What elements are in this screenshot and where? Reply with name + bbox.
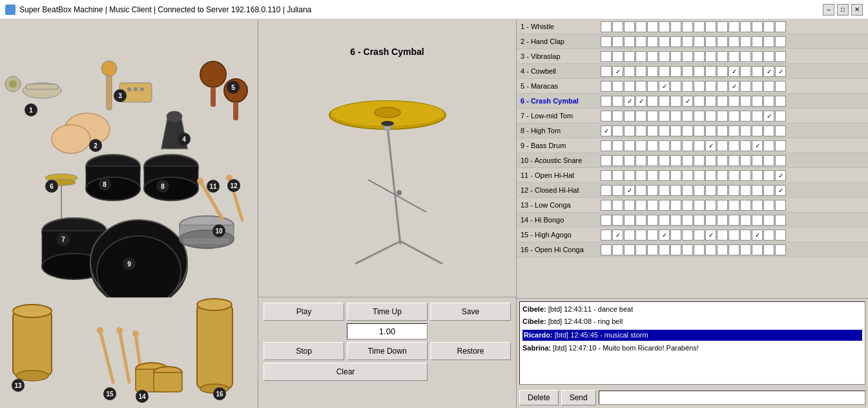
beat-label-11[interactable]: 11 - Open Hi-Hat [517,171,601,179]
beat-check-6-6[interactable] [670,96,681,107]
beat-check-6-1[interactable] [612,96,623,107]
beat-label-13[interactable]: 13 - Low Conga [517,201,601,209]
beat-check-5-5[interactable] [659,81,670,92]
beat-check-1-3[interactable] [636,21,646,32]
beat-check-14-12[interactable] [740,215,751,226]
beat-check-11-15[interactable] [775,170,786,181]
beat-check-4-10[interactable] [717,66,728,77]
beat-check-9-1[interactable] [612,140,623,151]
restore-button[interactable]: Restore [430,342,511,360]
beat-check-9-11[interactable] [728,140,739,151]
beat-check-15-13[interactable] [752,230,763,241]
beat-label-8[interactable]: 8 - High Tom [517,127,601,134]
beat-check-5-12[interactable] [740,81,751,92]
beat-check-15-5[interactable] [659,230,670,241]
beat-check-2-15[interactable] [775,36,786,47]
chat-delete-button[interactable]: Delete [519,390,559,405]
beat-check-6-8[interactable] [694,96,705,107]
beat-check-10-14[interactable] [763,155,774,166]
beat-check-16-10[interactable] [717,244,728,255]
beat-check-8-13[interactable] [752,125,763,136]
chat-input[interactable] [599,391,865,405]
beat-check-5-2[interactable] [624,81,635,92]
beat-check-11-12[interactable] [740,170,751,181]
beat-check-12-4[interactable] [647,185,658,196]
beat-check-13-6[interactable] [670,200,681,211]
beat-check-7-14[interactable] [763,111,774,122]
beat-check-13-12[interactable] [740,200,751,211]
time-down-button[interactable]: Time Down [347,342,428,360]
beat-check-14-13[interactable] [752,215,763,226]
maximize-button[interactable]: □ [837,4,849,16]
beat-check-12-14[interactable] [763,185,774,196]
beat-check-3-2[interactable] [624,51,635,62]
beat-check-4-2[interactable] [624,66,635,77]
beat-check-11-11[interactable] [728,170,739,181]
beat-check-2-5[interactable] [659,36,670,47]
beat-check-7-6[interactable] [670,111,681,122]
beat-check-8-11[interactable] [728,125,739,136]
beat-check-12-1[interactable] [612,185,623,196]
beat-check-6-11[interactable] [728,96,739,107]
beat-check-10-1[interactable] [612,155,623,166]
beat-check-7-1[interactable] [612,111,623,122]
beat-label-14[interactable]: 14 - Hi Bongo [517,216,601,224]
beat-check-7-4[interactable] [647,111,658,122]
beat-check-14-8[interactable] [694,215,705,226]
beat-check-10-13[interactable] [752,155,763,166]
beat-check-7-8[interactable] [694,111,705,122]
beat-check-10-3[interactable] [636,155,646,166]
beat-check-7-12[interactable] [740,111,751,122]
beat-check-14-3[interactable] [636,215,646,226]
save-button[interactable]: Save [430,303,511,321]
beat-check-8-3[interactable] [636,125,646,136]
beat-check-4-3[interactable] [636,66,646,77]
beat-check-14-14[interactable] [763,215,774,226]
beat-check-11-6[interactable] [670,170,681,181]
beat-label-6[interactable]: 6 - Crash Cymbal [517,97,601,105]
beat-check-1-14[interactable] [763,21,774,32]
beat-check-15-2[interactable] [624,230,635,241]
beat-check-15-15[interactable] [775,230,786,241]
beat-check-14-9[interactable] [705,215,716,226]
beat-check-12-0[interactable] [601,185,612,196]
beat-check-8-1[interactable] [612,125,623,136]
beat-check-15-8[interactable] [694,230,705,241]
beat-check-10-9[interactable] [705,155,716,166]
beat-check-12-7[interactable] [682,185,693,196]
beat-check-2-12[interactable] [740,36,751,47]
beat-check-14-0[interactable] [601,215,612,226]
beat-check-5-1[interactable] [612,81,623,92]
beat-check-3-11[interactable] [728,51,739,62]
beat-check-1-2[interactable] [624,21,635,32]
beat-check-9-5[interactable] [659,140,670,151]
beat-check-8-10[interactable] [717,125,728,136]
beat-check-13-9[interactable] [705,200,716,211]
beat-check-16-14[interactable] [763,244,774,255]
beat-check-4-12[interactable] [740,66,751,77]
beat-check-15-3[interactable] [636,230,646,241]
beat-check-12-8[interactable] [694,185,705,196]
beat-check-16-1[interactable] [612,244,623,255]
beat-check-15-10[interactable] [717,230,728,241]
beat-check-6-4[interactable] [647,96,658,107]
beat-label-12[interactable]: 12 - Closed Hi-Hat [517,186,601,194]
beat-check-10-5[interactable] [659,155,670,166]
beat-check-16-0[interactable] [601,244,612,255]
beat-check-10-7[interactable] [682,155,693,166]
beat-check-12-5[interactable] [659,185,670,196]
beat-check-16-6[interactable] [670,244,681,255]
beat-check-1-4[interactable] [647,21,658,32]
beat-check-15-12[interactable] [740,230,751,241]
beat-check-4-0[interactable] [601,66,612,77]
beat-check-13-11[interactable] [728,200,739,211]
beat-check-10-12[interactable] [740,155,751,166]
beat-check-16-2[interactable] [624,244,635,255]
beat-label-4[interactable]: 4 - Cowbell [517,67,601,75]
beat-check-4-7[interactable] [682,66,693,77]
beat-check-6-15[interactable] [775,96,786,107]
beat-check-2-6[interactable] [670,36,681,47]
beat-check-8-12[interactable] [740,125,751,136]
beat-check-4-13[interactable] [752,66,763,77]
beat-label-2[interactable]: 2 - Hand Clap [517,38,601,45]
